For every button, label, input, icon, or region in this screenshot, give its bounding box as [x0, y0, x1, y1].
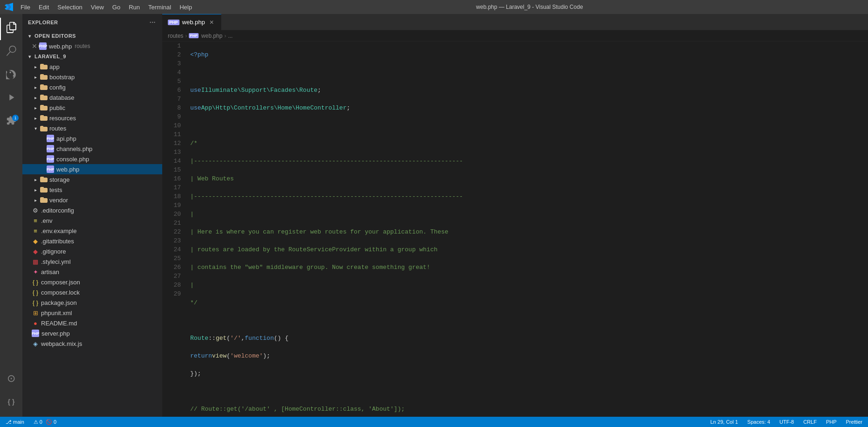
file-webpack-mix[interactable]: ◈ webpack.mix.js: [22, 338, 162, 349]
folder-public-icon: [40, 104, 48, 111]
ln-5: 5: [168, 77, 181, 86]
webpack-icon: ◈: [32, 340, 39, 347]
folder-bootstrap[interactable]: bootstrap: [22, 72, 162, 82]
code-content[interactable]: <?php use Illuminate\Support\Facades\Rou…: [186, 41, 868, 417]
folder-storage[interactable]: storage: [22, 174, 162, 185]
activity-remote[interactable]: ⊙: [0, 367, 22, 390]
tab-close-icon[interactable]: ✕: [208, 19, 215, 26]
activity-explorer[interactable]: [0, 18, 22, 40]
menu-view[interactable]: View: [87, 3, 108, 12]
close-web-php-icon[interactable]: ✕: [32, 42, 37, 50]
open-editors-label: Open Editors: [34, 33, 76, 39]
env-example-label: .env.example: [41, 227, 76, 234]
status-right: Ln 29, Col 1 Spaces: 4 UTF-8 CRLF PHP Pr…: [709, 419, 864, 425]
warnings-icon: 🚫: [46, 419, 52, 425]
sidebar-header: Explorer ···: [22, 14, 162, 31]
activity-json[interactable]: { }: [0, 391, 22, 413]
tab-web-php[interactable]: PHP web.php ✕: [162, 14, 221, 30]
menu-help[interactable]: Help: [176, 3, 196, 12]
console-php-label: console.php: [56, 156, 89, 163]
folder-app[interactable]: app: [22, 62, 162, 72]
open-editors-chevron: [26, 32, 34, 40]
status-encoding[interactable]: UTF-8: [778, 419, 796, 425]
artisan-label: artisan: [41, 269, 59, 275]
folder-tests[interactable]: tests: [22, 185, 162, 195]
code-editor[interactable]: 1 2 3 4 5 6 7 8 9 10 11 12 13 14 15 16 1…: [162, 41, 868, 417]
open-editor-web-php[interactable]: ✕ PHP web.php routes: [22, 41, 162, 51]
menu-edit[interactable]: Edit: [35, 3, 53, 12]
console-php-icon: PHP: [47, 155, 54, 163]
section-laravel9[interactable]: Laravel_9: [22, 51, 162, 62]
readme-icon: ●: [32, 319, 39, 327]
file-composer-json[interactable]: { } composer.json: [22, 277, 162, 287]
breadcrumb-routes[interactable]: routes: [168, 33, 183, 39]
folder-vendor-icon: [40, 196, 48, 204]
activity-extensions[interactable]: 1: [0, 111, 22, 133]
search-icon: [6, 46, 16, 59]
ln-16: 16: [168, 174, 181, 183]
file-gitignore[interactable]: ◆ .gitignore: [22, 246, 162, 256]
menu-go[interactable]: Go: [109, 3, 124, 12]
status-errors[interactable]: ⚠ 0 🚫 0: [32, 419, 58, 425]
editorconfig-icon: ⚙: [32, 207, 39, 214]
activity-source-control[interactable]: [0, 64, 22, 87]
file-package-json[interactable]: { } package.json: [22, 297, 162, 308]
menu-selection[interactable]: Selection: [54, 3, 86, 12]
app-body: 1 ⊙ { } Explorer ··· Open Editors: [0, 14, 868, 417]
activity-search[interactable]: [0, 41, 22, 63]
folder-vendor[interactable]: vendor: [22, 195, 162, 205]
ln-23: 23: [168, 236, 181, 245]
breadcrumb-web-php[interactable]: PHP web.php: [189, 33, 222, 39]
menu-bar: File Edit Selection View Go Run Terminal…: [17, 3, 196, 12]
file-composer-lock[interactable]: { } composer.lock: [22, 287, 162, 297]
status-eol[interactable]: CRLF: [801, 419, 819, 425]
file-readme-md[interactable]: ● README.md: [22, 318, 162, 328]
ln-3: 3: [168, 59, 181, 68]
file-api-php[interactable]: PHP api.php: [22, 133, 162, 144]
file-phpunit-xml[interactable]: ⊞ phpunit.xml: [22, 308, 162, 318]
status-bar: ⎇ main ⚠ 0 🚫 0 Ln 29, Col 1 Spaces: 4 UT…: [0, 417, 868, 427]
activity-run-debug[interactable]: [0, 88, 22, 110]
status-branch[interactable]: ⎇ main: [4, 419, 26, 425]
code-line-9: |---------------------------------------…: [190, 192, 864, 201]
menu-terminal[interactable]: Terminal: [145, 3, 175, 12]
status-language[interactable]: PHP: [824, 419, 839, 425]
folder-database[interactable]: database: [22, 92, 162, 103]
sidebar-more-icon[interactable]: ···: [149, 18, 157, 27]
menu-run[interactable]: Run: [125, 3, 144, 12]
ln-24: 24: [168, 245, 181, 254]
folder-database-icon: [40, 94, 48, 101]
file-editorconfig[interactable]: ⚙ .editorconfig: [22, 205, 162, 215]
code-line-18: return view('welcome');: [190, 351, 864, 360]
storage-chevron: [32, 176, 39, 183]
file-env-example[interactable]: ≡ .env.example: [22, 226, 162, 236]
breadcrumb-routes-label: routes: [168, 33, 183, 39]
webpack-label: webpack.mix.js: [41, 340, 82, 347]
file-env[interactable]: ≡ .env: [22, 215, 162, 226]
file-gitattributes[interactable]: ◆ .gitattributes: [22, 236, 162, 246]
status-formatter[interactable]: Prettier: [844, 419, 864, 425]
file-server-php[interactable]: PHP server.php: [22, 328, 162, 338]
folder-resources[interactable]: resources: [22, 113, 162, 123]
folder-public[interactable]: public: [22, 103, 162, 113]
status-spaces[interactable]: Spaces: 4: [745, 419, 772, 425]
breadcrumb-dots[interactable]: ...: [228, 33, 233, 39]
sidebar-title: Explorer: [28, 20, 58, 25]
file-channels-php[interactable]: PHP channels.php: [22, 144, 162, 154]
folder-routes-label: routes: [49, 125, 66, 132]
folder-routes[interactable]: routes: [22, 123, 162, 133]
channels-php-icon: PHP: [47, 145, 54, 152]
folder-config[interactable]: config: [22, 82, 162, 92]
file-web-php[interactable]: PHP web.php: [22, 164, 162, 174]
folder-public-label: public: [49, 104, 65, 111]
menu-file[interactable]: File: [17, 3, 34, 12]
ln-22: 22: [168, 227, 181, 236]
file-artisan[interactable]: ✦ artisan: [22, 267, 162, 277]
file-console-php[interactable]: PHP console.php: [22, 154, 162, 164]
gitattributes-icon: ◆: [32, 237, 39, 245]
composer-json-label: composer.json: [41, 279, 80, 286]
app-chevron: [32, 63, 39, 70]
status-position[interactable]: Ln 29, Col 1: [709, 419, 740, 425]
section-open-editors[interactable]: Open Editors: [22, 31, 162, 41]
file-styleci[interactable]: ▩ .styleci.yml: [22, 256, 162, 267]
